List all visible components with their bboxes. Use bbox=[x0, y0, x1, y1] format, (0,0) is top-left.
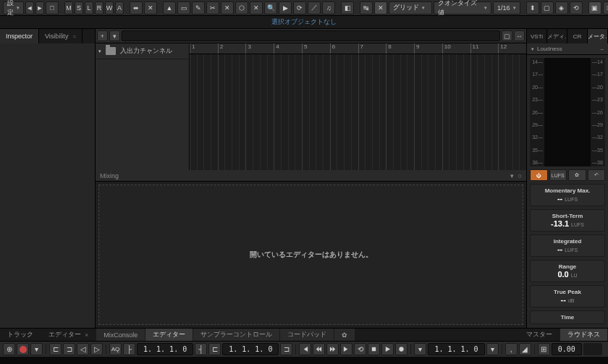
left-locator-display[interactable]: 1. 1. 1. 0 bbox=[137, 343, 193, 355]
history-back-button[interactable]: ◄ bbox=[25, 1, 34, 14]
loudness-header[interactable]: Loudness – bbox=[527, 43, 608, 55]
cr-tab[interactable]: CR bbox=[567, 29, 588, 43]
misc-tool-1[interactable]: ⬍ bbox=[526, 1, 539, 14]
cycle-button[interactable]: ⟲ bbox=[354, 343, 366, 355]
mixconsole-tab[interactable]: MixConsole bbox=[96, 329, 145, 341]
erase-tool[interactable]: ✂ bbox=[206, 1, 219, 14]
listen-button[interactable]: L bbox=[85, 1, 93, 14]
add-track-button[interactable]: + bbox=[97, 30, 108, 41]
punch-in-button[interactable]: ◁ bbox=[77, 343, 89, 355]
tempo-sym-button[interactable]: , bbox=[505, 343, 518, 355]
meter-settings-button[interactable]: ✿ bbox=[568, 169, 586, 181]
divider-close-icon[interactable]: ○ bbox=[518, 172, 522, 179]
right-zone: VSTi メディ. CR メータ. Loudness – 14—17—20—23… bbox=[527, 29, 608, 328]
tab-settings-button[interactable]: ✿ bbox=[334, 329, 355, 341]
range-tool[interactable]: ▭ bbox=[177, 1, 190, 14]
punch-out-button[interactable]: ▷ bbox=[90, 343, 103, 355]
editor-left-tab[interactable]: エディター× bbox=[41, 329, 96, 341]
aq-button[interactable]: AQ bbox=[109, 343, 122, 355]
mute-tool[interactable]: ✕ bbox=[250, 1, 263, 14]
marker-l-button[interactable]: ⊏ bbox=[49, 343, 62, 355]
stop-button[interactable] bbox=[368, 343, 380, 355]
io-channel-folder[interactable]: ▾ 入出力チャンネル bbox=[96, 43, 189, 59]
chord-pad-tab[interactable]: コードパッド bbox=[280, 329, 334, 341]
primary-time-display[interactable]: 1. 1. 1. 0 bbox=[428, 343, 484, 355]
nudge-button[interactable]: ↹ bbox=[360, 1, 373, 14]
forward-button[interactable] bbox=[326, 343, 339, 355]
comp-tool[interactable]: ▶ bbox=[279, 1, 292, 14]
split-tool[interactable]: ✕ bbox=[221, 1, 234, 14]
level-display[interactable]: 0.00 bbox=[552, 343, 582, 355]
time-next-button[interactable]: ▾ bbox=[486, 343, 499, 355]
track-tab[interactable]: トラック bbox=[0, 329, 41, 341]
event-grid[interactable] bbox=[190, 54, 526, 170]
warp-tool[interactable]: ⟳ bbox=[293, 1, 306, 14]
locator-next-button[interactable]: ┤ bbox=[195, 343, 207, 355]
time-format-button[interactable]: ▾ bbox=[414, 343, 426, 355]
history-fwd-button[interactable]: ► bbox=[35, 1, 44, 14]
metronome-button[interactable]: ◢ bbox=[519, 343, 531, 355]
snap-toggle[interactable]: ✕ bbox=[374, 1, 387, 14]
play-button[interactable] bbox=[381, 343, 394, 355]
output-meter[interactable] bbox=[583, 343, 602, 355]
mute-button[interactable]: M bbox=[64, 1, 73, 14]
arrow-tool[interactable]: ▲ bbox=[163, 1, 176, 14]
close-icon[interactable]: × bbox=[85, 331, 88, 339]
zoom-tool[interactable]: 🔍 bbox=[264, 1, 277, 14]
panel-toggle-button[interactable]: □ bbox=[46, 1, 59, 14]
cycle-next-button[interactable]: ⊐ bbox=[280, 343, 292, 355]
visibility-tab[interactable]: Visibility= bbox=[39, 29, 83, 43]
meter-reset-button[interactable]: ↶ bbox=[588, 169, 606, 181]
tool-crossfade-button[interactable]: ✕ bbox=[144, 1, 157, 14]
loudness-tab[interactable]: ラウドネス bbox=[560, 329, 607, 341]
vsti-tab[interactable]: VSTi bbox=[527, 29, 547, 43]
track-config-button[interactable]: ▾ bbox=[109, 30, 120, 41]
automation-button[interactable]: A bbox=[115, 1, 124, 14]
lufs-button[interactable]: LUFS bbox=[549, 169, 567, 181]
track-search-input[interactable] bbox=[122, 30, 500, 41]
record-button[interactable] bbox=[395, 343, 408, 355]
sampler-tab[interactable]: サンプラーコントロール bbox=[193, 329, 279, 341]
punch-button[interactable] bbox=[17, 343, 29, 355]
marker-r-button[interactable]: ⊐ bbox=[63, 343, 75, 355]
timeline-ruler[interactable]: 123456789101112 bbox=[190, 43, 526, 54]
misc-tool-4[interactable]: ⟲ bbox=[570, 1, 583, 14]
track-expand-button[interactable]: ↔ bbox=[514, 30, 525, 41]
settings-dropdown[interactable]: 設定 bbox=[3, 1, 24, 14]
arrange-area[interactable]: 123456789101112 bbox=[190, 43, 526, 170]
goto-end-button[interactable] bbox=[340, 343, 352, 355]
locator-prev-button[interactable]: ├ bbox=[123, 343, 135, 355]
misc-tool-2[interactable]: ▢ bbox=[541, 1, 554, 14]
glue-tool[interactable]: ⬡ bbox=[235, 1, 248, 14]
editor-tab[interactable]: エディター bbox=[145, 329, 193, 341]
zone-left-button[interactable]: ▣ bbox=[588, 1, 601, 14]
line-tool[interactable]: ／ bbox=[308, 1, 321, 14]
rewind-button[interactable] bbox=[313, 343, 325, 355]
color-tool[interactable]: ◧ bbox=[341, 1, 354, 14]
precount-button[interactable]: ▾ bbox=[30, 343, 43, 355]
tool-constrain-button[interactable]: ⬌ bbox=[130, 1, 143, 14]
right-locator-display[interactable]: 1. 1. 1. 0 bbox=[222, 343, 279, 355]
constrain-button[interactable]: ⊕ bbox=[3, 343, 15, 355]
zone-bottom-button[interactable]: □ bbox=[603, 1, 608, 14]
media-tab[interactable]: メディ. bbox=[547, 29, 567, 43]
draw-tool[interactable]: ✎ bbox=[192, 1, 205, 14]
master-tab[interactable]: マスター bbox=[519, 329, 560, 341]
sync-button[interactable]: ⊞ bbox=[538, 343, 550, 355]
inspector-tab[interactable]: Inspector bbox=[0, 29, 39, 43]
meter-tab[interactable]: メータ. bbox=[588, 29, 608, 43]
solo-button[interactable]: S bbox=[75, 1, 83, 14]
divider-dropdown-icon[interactable]: ▾ bbox=[510, 172, 514, 179]
goto-start-button[interactable] bbox=[299, 343, 311, 355]
quantize-dropdown[interactable]: クオンタイズ値 bbox=[434, 1, 491, 14]
misc-tool-3[interactable]: ◈ bbox=[555, 1, 568, 14]
read-button[interactable]: R bbox=[95, 1, 104, 14]
snap-type-dropdown[interactable]: グリッド bbox=[389, 1, 432, 14]
track-filter-button[interactable]: ▢ bbox=[502, 30, 512, 41]
play-tool[interactable]: ♫ bbox=[322, 1, 335, 14]
cycle-prev-button[interactable]: ⊏ bbox=[208, 343, 221, 355]
meter-power-button[interactable]: ⏻ bbox=[530, 169, 548, 181]
quantize-value-dropdown[interactable]: 1/16 bbox=[493, 1, 520, 14]
divider-bar[interactable]: Mixing ▾ ○ bbox=[96, 170, 526, 182]
write-button[interactable]: W bbox=[105, 1, 114, 14]
